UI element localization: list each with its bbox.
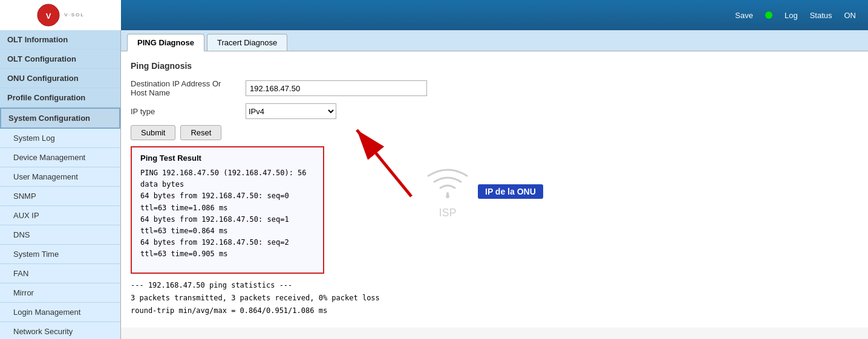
wifi-icon-area: ISP (423, 166, 472, 219)
on-label: ON (844, 11, 857, 20)
reset-button[interactable]: Reset (180, 125, 221, 140)
sidebar-item-system-config[interactable]: System Configuration (0, 108, 120, 129)
svg-point-4 (446, 195, 449, 198)
sidebar-item-network-security[interactable]: Network Security (0, 322, 120, 339)
vsol-logo-icon: V (36, 3, 60, 27)
wifi-icon (423, 166, 472, 202)
header-actions: Save Log Status ON (735, 11, 856, 20)
sidebar-item-login-mgmt[interactable]: Login Management (0, 303, 120, 322)
dest-ip-label: Destination IP Address OrHost Name (131, 79, 240, 97)
dest-ip-row: Destination IP Address OrHost Name (131, 79, 858, 97)
tab-tracert[interactable]: Tracert Diagnose (207, 34, 287, 51)
svg-text:V: V (46, 11, 51, 21)
ip-type-select[interactable]: IPv4 IPv6 (246, 103, 336, 119)
result-stats-below: --- 192.168.47.50 ping statistics ---3 p… (131, 280, 858, 317)
dest-ip-input[interactable] (246, 80, 427, 96)
status-button[interactable]: Status (810, 11, 832, 20)
ping-result-box: Ping Test Result PING 192.168.47.50 (192… (131, 146, 324, 274)
logo-area: V V·SOL (0, 0, 121, 30)
log-button[interactable]: Log (785, 11, 798, 20)
sidebar-item-device-mgmt[interactable]: Device Management (0, 148, 120, 167)
sidebar-item-fan[interactable]: FAN (0, 264, 120, 283)
sidebar-item-aux-ip[interactable]: AUX IP (0, 206, 120, 225)
save-button[interactable]: Save (735, 11, 753, 20)
content-area: Ping Diagnosis Destination IP Address Or… (121, 51, 868, 328)
sidebar-item-mirror[interactable]: Mirror (0, 283, 120, 303)
result-lines: PING 192.168.47.50 (192.168.47.50): 56 d… (140, 167, 315, 260)
sidebar-item-snmp[interactable]: SNMP (0, 187, 120, 206)
sidebar-item-user-mgmt[interactable]: User Management (0, 167, 120, 187)
sidebar-item-system-time[interactable]: System Time (0, 245, 120, 264)
status-indicator (765, 11, 772, 19)
main-content: PING Diagnose Tracert Diagnose Ping Diag… (121, 30, 868, 339)
button-row: Submit Reset (131, 125, 858, 140)
result-title: Ping Test Result (140, 153, 315, 163)
section-title: Ping Diagnosis (131, 61, 858, 71)
ip-annotation-label: IP de la ONU (478, 184, 543, 199)
sidebar-item-profile-config[interactable]: Profile Configuration (0, 88, 120, 108)
sidebar-item-onu-config[interactable]: ONU Configuration (0, 69, 120, 88)
ip-type-row: IP type IPv4 IPv6 (131, 103, 858, 119)
sidebar-item-olt-config[interactable]: OLT Configuration (0, 50, 120, 69)
ip-type-label: IP type (131, 107, 240, 116)
sidebar-item-olt-info[interactable]: OLT Information (0, 30, 120, 50)
sidebar: OLT Information OLT Configuration ONU Co… (0, 30, 121, 339)
sidebar-item-system-log[interactable]: System Log (0, 129, 120, 148)
sidebar-item-dns[interactable]: DNS (0, 225, 120, 245)
submit-button[interactable]: Submit (131, 125, 175, 140)
tab-ping[interactable]: PING Diagnose (127, 34, 204, 51)
tab-bar: PING Diagnose Tracert Diagnose (121, 30, 868, 51)
